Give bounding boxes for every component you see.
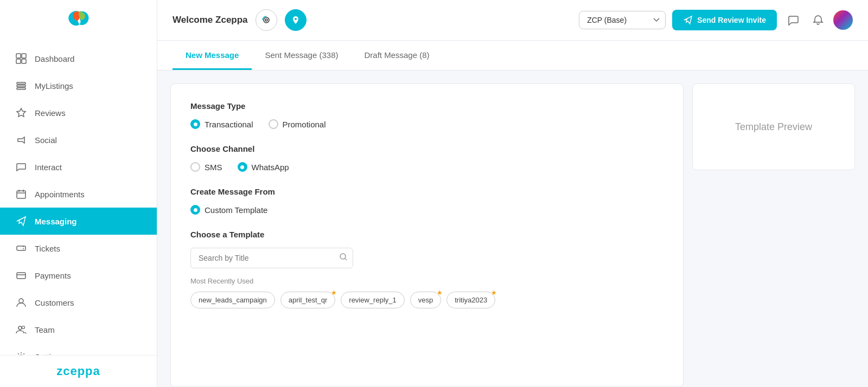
sidebar: Dashboard MyListings Reviews Social [0, 0, 157, 387]
choose-channel-section: Choose Channel SMS WhatsApp [190, 144, 663, 172]
radio-custom-template[interactable]: Custom Template [190, 205, 267, 215]
paper-plane-icon [15, 215, 27, 227]
svg-rect-2 [16, 59, 21, 63]
chip-review-reply-1[interactable]: review_reply_1 [341, 292, 404, 308]
create-message-from-section: Create Message From Custom Template [190, 187, 663, 215]
credit-card-icon [15, 269, 27, 281]
sidebar-item-dashboard[interactable]: Dashboard [0, 45, 157, 72]
tab-sent-message[interactable]: Sent Message (338) [252, 41, 351, 70]
radio-transactional-label: Transactional [205, 120, 253, 129]
chip-star-icon: ★ [491, 289, 497, 296]
svg-rect-0 [16, 54, 21, 58]
sidebar-item-label: Customers [35, 298, 74, 307]
radio-promotional[interactable]: Promotional [269, 119, 326, 129]
sidebar-item-team[interactable]: Team [0, 316, 157, 343]
template-search-input[interactable] [190, 248, 353, 268]
sidebar-item-label: Interact [35, 163, 62, 172]
sidebar-item-label: Payments [35, 271, 71, 280]
sidebar-item-messaging[interactable]: Messaging [0, 208, 157, 235]
svg-rect-9 [17, 273, 25, 279]
radio-transactional[interactable]: Transactional [190, 119, 253, 129]
chip-star-icon: ★ [331, 289, 337, 296]
chip-star-icon: ★ [437, 289, 443, 296]
list-icon [15, 80, 27, 92]
person-icon [15, 296, 27, 308]
chat-icon-button[interactable] [783, 10, 803, 30]
chat-bubble-icon [15, 161, 27, 173]
svg-point-12 [22, 326, 25, 329]
svg-rect-3 [22, 59, 26, 63]
location-icon-button[interactable] [285, 9, 307, 31]
sidebar-item-social[interactable]: Social [0, 126, 157, 153]
sidebar-item-tickets[interactable]: Tickets [0, 235, 157, 262]
gear-icon [15, 351, 27, 355]
sidebar-item-payments[interactable]: Payments [0, 262, 157, 289]
header: Welcome Zceppa ZCP (Base) Send Review In… [157, 0, 868, 41]
radio-sms[interactable]: SMS [190, 162, 222, 172]
sidebar-item-reviews[interactable]: Reviews [0, 99, 157, 126]
tabs-bar: New Message Sent Message (338) Draft Mes… [157, 41, 868, 70]
svg-point-11 [18, 326, 22, 330]
new-message-form: Message Type Transactional Promotional [170, 83, 684, 387]
sidebar-item-interact[interactable]: Interact [0, 153, 157, 180]
message-type-radio-group: Transactional Promotional [190, 119, 663, 129]
template-preview-title: Template Preview [735, 121, 812, 133]
sidebar-item-label: MyListings [35, 81, 73, 91]
sidebar-nav: Dashboard MyListings Reviews Social [0, 41, 157, 355]
ticket-icon [15, 242, 27, 254]
sidebar-item-label: Team [35, 325, 55, 334]
create-from-label: Create Message From [190, 187, 663, 196]
header-left: Welcome Zceppa [173, 9, 307, 31]
welcome-text: Welcome Zceppa [173, 15, 248, 25]
svg-rect-5 [17, 85, 25, 87]
sidebar-item-customers[interactable]: Customers [0, 289, 157, 316]
calendar-icon [15, 188, 27, 200]
notifications-icon-button[interactable] [808, 10, 828, 30]
tab-draft-message[interactable]: Draft Message (8) [351, 41, 442, 70]
radio-whatsapp[interactable]: WhatsApp [238, 162, 289, 172]
form-container: Message Type Transactional Promotional [157, 70, 868, 387]
header-action-icons [783, 10, 853, 30]
preview-panel: Template Preview [692, 83, 855, 387]
send-review-invite-button[interactable]: Send Review Invite [672, 10, 777, 30]
svg-rect-7 [17, 191, 25, 198]
header-right: ZCP (Base) Send Review Invite [579, 10, 853, 30]
most-recently-label: Most Recently Used [190, 277, 663, 285]
svg-point-14 [264, 17, 269, 23]
create-from-radio-group: Custom Template [190, 205, 663, 215]
template-search-button[interactable] [339, 253, 348, 263]
channel-radio-group: SMS WhatsApp [190, 162, 663, 172]
message-type-label: Message Type [190, 101, 663, 111]
tab-new-message[interactable]: New Message [173, 41, 252, 70]
sidebar-footer-logo: zceppa [0, 355, 157, 387]
sidebar-item-label: Appointments [35, 190, 85, 199]
svg-rect-1 [22, 54, 26, 58]
sidebar-item-label: Social [35, 136, 57, 145]
grid-icon [15, 53, 27, 64]
radio-promotional-indicator [269, 119, 278, 129]
svg-point-10 [19, 299, 23, 303]
radio-custom-template-label: Custom Template [205, 205, 267, 215]
logo-area [0, 0, 157, 41]
sidebar-item-mylistings[interactable]: MyListings [0, 72, 157, 99]
org-selector[interactable]: ZCP (Base) [579, 11, 666, 29]
chip-tritiya2023[interactable]: tritiya2023 ★ [446, 292, 495, 308]
template-label: Choose a Template [190, 230, 663, 239]
sidebar-item-label: Tickets [35, 244, 60, 253]
sidebar-item-label: Reviews [35, 108, 66, 118]
content-area: Message Type Transactional Promotional [157, 70, 868, 387]
user-avatar[interactable] [833, 10, 853, 30]
chip-april-test-qr[interactable]: april_test_qr ★ [280, 292, 336, 308]
template-chips: new_leads_campaign april_test_qr ★ revie… [190, 292, 663, 308]
people-icon [15, 324, 27, 336]
chip-vesp[interactable]: vesp ★ [410, 292, 441, 308]
radio-promotional-label: Promotional [283, 120, 326, 129]
sidebar-item-appointments[interactable]: Appointments [0, 180, 157, 208]
template-search-box [190, 248, 353, 268]
listen-icon-button[interactable] [256, 9, 277, 31]
message-type-section: Message Type Transactional Promotional [190, 101, 663, 129]
sidebar-item-settings[interactable]: Settings [0, 343, 157, 355]
main-content: Welcome Zceppa ZCP (Base) Send Review In… [157, 0, 868, 387]
radio-transactional-indicator [190, 119, 200, 129]
chip-new-leads-campaign[interactable]: new_leads_campaign [190, 292, 275, 308]
